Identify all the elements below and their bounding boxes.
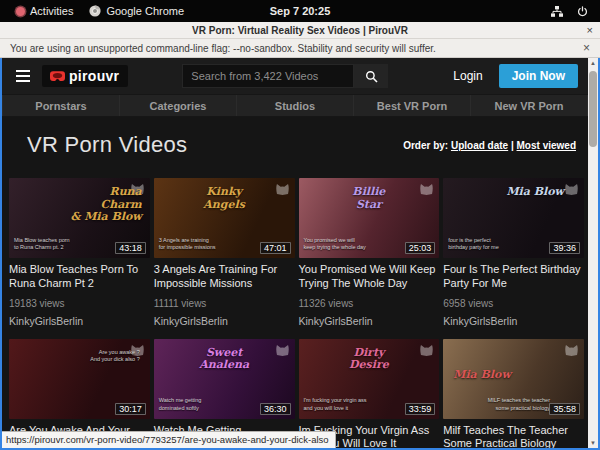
video-studio-link[interactable]: KinkyGirlsBerlin: [154, 315, 295, 327]
video-title[interactable]: You Promised We Will Keep Trying The Who…: [299, 263, 440, 291]
nav-item-new-vr-porn[interactable]: New VR Porn: [471, 95, 588, 116]
video-thumbnail[interactable]: Mia Blow MILF teaches the teacher some p…: [443, 339, 584, 419]
search-input[interactable]: [182, 64, 354, 88]
thumbnail-model-name: Mia Blow: [443, 369, 584, 382]
nav-item-studios[interactable]: Studios: [237, 95, 354, 116]
vr-headset-icon: [48, 70, 67, 83]
order-most-viewed-link[interactable]: Most viewed: [517, 140, 576, 151]
chrome-icon: [89, 5, 101, 17]
thumbnail-caption: 3 Angels are training for impossible mis…: [159, 237, 216, 252]
video-card: Kinky Angels 3 Angels are training for i…: [154, 178, 295, 327]
duration-badge: 33:59: [405, 403, 436, 415]
video-thumbnail[interactable]: Sweet Analena Watch me getting dominated…: [154, 339, 295, 419]
video-thumbnail[interactable]: Kinky Angels 3 Angels are training for i…: [154, 178, 295, 258]
app-menu-label: Google Chrome: [106, 5, 184, 17]
video-thumbnail[interactable]: Billie Star You promised we will keep tr…: [299, 178, 440, 258]
search-icon: [365, 70, 378, 83]
infobar-message: You are using an unsupported command-lin…: [10, 43, 436, 54]
video-thumbnail[interactable]: Runa Charm & Mia Blow Mia Blow teaches p…: [9, 178, 150, 258]
thumbnail-caption: Are you awake ? And your dick also ?: [90, 349, 140, 364]
site-logo[interactable]: pirouvr: [42, 65, 128, 87]
duration-badge: 36:30: [260, 403, 291, 415]
video-title[interactable]: Milf Teaches The Teacher Some Practical …: [443, 424, 584, 449]
join-now-button[interactable]: Join Now: [499, 64, 578, 88]
video-card: Runa Charm & Mia Blow Mia Blow teaches p…: [9, 178, 150, 327]
scrollbar[interactable]: ▲ ▼: [588, 58, 598, 448]
scrollbar-thumb[interactable]: [589, 71, 597, 147]
status-bar-url: https://pirouvr.com/vr-porn-video/779325…: [2, 431, 336, 448]
order-upload-date-link[interactable]: Upload date: [451, 140, 508, 151]
thumbnail-model-name: Sweet Analena: [154, 347, 295, 372]
video-views: 11111 views: [154, 298, 295, 309]
nav-item-pornstars[interactable]: Pornstars: [2, 95, 120, 116]
video-card: Mia Blow four is the perfect birthday pa…: [443, 178, 584, 327]
thumbnail-caption: Watch me getting dominated softly: [159, 397, 202, 412]
thumbnail-caption: I'm fucking your virgin ass and you will…: [304, 397, 367, 412]
network-icon[interactable]: [551, 6, 563, 17]
clock-menu[interactable]: Sep 7 20:25: [270, 5, 331, 17]
activities-button[interactable]: Activities: [8, 5, 81, 17]
scrollbar-up-arrow-icon[interactable]: ▲: [590, 58, 596, 68]
video-studio-link[interactable]: KinkyGirlsBerlin: [9, 315, 150, 327]
thumbnail-caption: Mia Blow teaches porn to Runa Charm pt. …: [14, 237, 70, 252]
login-link[interactable]: Login: [453, 69, 482, 83]
hamburger-menu-icon[interactable]: [16, 70, 30, 82]
activities-label: Activities: [30, 5, 73, 17]
video-studio-link[interactable]: KinkyGirlsBerlin: [443, 315, 584, 327]
nav-item-best-vr-porn[interactable]: Best VR Porn: [354, 95, 471, 116]
video-views: 6958 views: [443, 298, 584, 309]
thumbnail-model-name: Mia Blow: [443, 186, 584, 199]
search-bar: [182, 64, 388, 88]
thumbnail-model-name: Runa Charm & Mia Blow: [9, 186, 150, 224]
search-button[interactable]: [354, 64, 388, 88]
logo-text: pirouvr: [69, 68, 119, 84]
video-thumbnail[interactable]: Mia Blow four is the perfect birthday pa…: [443, 178, 584, 258]
video-card: Mia Blow MILF teaches the teacher some p…: [443, 339, 584, 449]
recording-indicator-icon: [16, 7, 25, 16]
video-studio-link[interactable]: KinkyGirlsBerlin: [299, 315, 440, 327]
nav-item-categories[interactable]: Categories: [120, 95, 237, 116]
video-views: 11326 views: [299, 298, 440, 309]
video-thumbnail[interactable]: Dirty Desire I'm fucking your virgin ass…: [299, 339, 440, 419]
video-card: Billie Star You promised we will keep tr…: [299, 178, 440, 327]
infobar-close-icon[interactable]: ×: [583, 41, 590, 55]
thumbnail-model-name: Billie Star: [299, 186, 440, 211]
window-close-button[interactable]: ×: [587, 24, 593, 36]
video-grid: Runa Charm & Mia Blow Mia Blow teaches p…: [9, 178, 584, 448]
video-title[interactable]: 3 Angels Are Training For Impossible Mis…: [154, 263, 295, 291]
browser-viewport: pirouvr Login Join Now Pornstars Categor…: [0, 58, 600, 450]
main-nav: Pornstars Categories Studios Best VR Por…: [2, 94, 588, 117]
thumbnail-model-name: Kinky Angels: [154, 186, 295, 211]
cat-watermark-icon: [564, 342, 579, 360]
page-title: VR Porn Videos: [27, 132, 187, 158]
duration-badge: 43:18: [115, 242, 146, 254]
thumbnail-caption: four is the perfect birthday party for m…: [448, 237, 498, 252]
window-title: VR Porn: Virtual Reality Sex Videos | Pi…: [192, 25, 408, 36]
video-title[interactable]: Mia Blow Teaches Porn To Runa Charm Pt 2: [9, 263, 150, 291]
scrollbar-down-arrow-icon[interactable]: ▼: [590, 438, 596, 448]
thumbnail-caption: You promised we will keep trying the who…: [304, 237, 366, 252]
window-titlebar: VR Porn: Virtual Reality Sex Videos | Pi…: [0, 22, 600, 39]
video-title[interactable]: Four Is The Perfect Birthday Party For M…: [443, 263, 584, 291]
chrome-infobar: You are using an unsupported command-lin…: [0, 39, 600, 58]
duration-badge: 35:58: [549, 403, 580, 415]
duration-badge: 30:17: [115, 403, 146, 415]
duration-badge: 47:01: [260, 242, 291, 254]
video-views: 19183 views: [9, 298, 150, 309]
system-top-bar: Activities Google Chrome Sep 7 20:25: [0, 0, 600, 22]
site-header: pirouvr Login Join Now: [2, 58, 588, 94]
screen: Activities Google Chrome Sep 7 20:25 VR …: [0, 0, 600, 450]
power-icon[interactable]: [577, 6, 588, 17]
duration-badge: 39:36: [549, 242, 580, 254]
video-thumbnail[interactable]: Are you awake ? And your dick also ? 30:…: [9, 339, 150, 419]
order-separator: |: [508, 140, 516, 151]
duration-badge: 25:03: [405, 242, 436, 254]
app-menu-google-chrome[interactable]: Google Chrome: [81, 5, 192, 17]
thumbnail-model-name: Dirty Desire: [299, 347, 440, 372]
order-by-controls: Order by: Upload date | Most viewed: [403, 140, 576, 151]
order-by-label: Order by:: [403, 140, 448, 151]
thumbnail-caption: MILF teaches the teacher some practical …: [488, 397, 550, 412]
